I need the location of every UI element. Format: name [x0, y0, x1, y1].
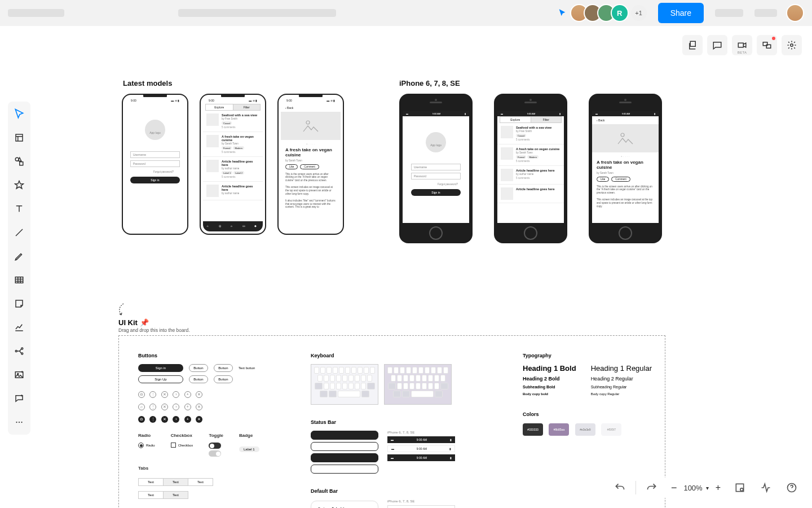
shuffle-icon[interactable]: ✕ [161, 416, 168, 423]
bell-icon[interactable]: ◆ [254, 224, 259, 229]
zoom-out-icon[interactable]: ⊖ [138, 416, 145, 423]
tab-explore[interactable]: Explore [206, 104, 233, 110]
checkbox[interactable] [171, 443, 176, 448]
chevron-right-icon[interactable]: › [173, 416, 179, 423]
undo-button[interactable] [610, 478, 630, 498]
password-input[interactable]: Password [411, 173, 461, 179]
kit-button[interactable]: Button [214, 364, 233, 372]
plus-icon[interactable]: + [184, 391, 191, 398]
home-icon[interactable]: ⌂ [207, 224, 211, 229]
feed-tabs[interactable]: Explore Filter [205, 104, 261, 111]
list-item[interactable]: Article headline goes hereby author name… [203, 157, 263, 182]
like-button[interactable]: Like [285, 164, 298, 169]
swatch[interactable]: #f5f5f7 [601, 423, 621, 436]
kit-button[interactable]: Button [214, 375, 233, 383]
close-icon[interactable]: ✕ [196, 391, 202, 398]
statusbar-x-dark[interactable] [311, 453, 378, 462]
avatar-overflow[interactable]: +1 [631, 5, 647, 21]
swatch[interactable]: #333333 [523, 423, 543, 436]
title-placeholder[interactable] [178, 9, 336, 17]
home-button[interactable] [524, 226, 537, 240]
list-item[interactable]: Article headline goes here [497, 185, 564, 203]
statusbar-6-dark[interactable]: ▬9:00 AM▮ [387, 436, 455, 443]
close-icon[interactable]: ✕ [196, 416, 202, 423]
shuffle-icon[interactable]: ✕ [161, 404, 168, 410]
search-icon[interactable]: ⌕ [138, 404, 145, 410]
bottom-nav[interactable]: ⌂◎⌕▭◆ [203, 221, 263, 231]
mini-map-button[interactable] [730, 478, 750, 498]
kit-button[interactable]: Button [189, 364, 208, 372]
search-icon[interactable]: ⌕ [231, 224, 235, 229]
toggle-off[interactable] [209, 450, 221, 457]
forgot-link[interactable]: Forgot password? [438, 183, 458, 186]
list-item[interactable]: Article headline goes hereby author name… [497, 166, 564, 185]
activity-button[interactable] [756, 478, 776, 498]
plus-icon[interactable]: + [184, 416, 191, 423]
more-icon[interactable]: ⋮ [149, 404, 156, 410]
plus-icon[interactable]: + [184, 404, 191, 410]
statusbar-6-dark[interactable]: ▬9:00 AM▮ [387, 454, 455, 461]
mock-x-feed[interactable]: 9:00▬ ≋ ▮ Explore Filter Seafood with a … [200, 94, 266, 235]
uikit-frame[interactable]: Buttons Sign in Button Button Text butto… [118, 335, 665, 508]
mock-x-article[interactable]: 9:00▬ ≋ ▮ ‹ Back • · · · · A fresh take … [277, 94, 344, 235]
more-icon[interactable]: ⋮ [149, 391, 156, 398]
user-avatar[interactable] [786, 4, 804, 22]
menu-placeholder[interactable] [8, 9, 64, 17]
mock-6-article[interactable]: ▬9:00 AM▮ ‹ Back • · · · · A fresh take … [589, 94, 662, 243]
statusbar-x-dark[interactable] [311, 431, 378, 440]
header-ph-2[interactable] [754, 9, 777, 17]
canvas[interactable]: Latest models iPhone 6, 7, 8, SE 9:00▬ ≋… [0, 26, 812, 508]
signin-button[interactable]: Sign in [130, 177, 180, 183]
kit-button[interactable]: Button [189, 375, 208, 383]
home-button[interactable] [429, 226, 443, 240]
password-input[interactable]: Password [130, 160, 180, 167]
forgot-link[interactable]: Forgot password? [153, 170, 174, 173]
share-button[interactable]: Share [658, 3, 704, 23]
statusbar-x-light[interactable] [311, 465, 378, 474]
swatch[interactable]: #e3e3e9 [575, 423, 595, 436]
statusbar-6-light[interactable]: ▬9:00 AM▮ [387, 445, 455, 452]
chevron-right-icon[interactable]: › [173, 391, 179, 398]
kit-tabs-2[interactable]: TextText [138, 491, 188, 499]
mock-6-feed[interactable]: ▬9:00 AM▮ ExploreFilter Seafood with a s… [494, 94, 567, 243]
kit-text-button[interactable]: Text button [239, 366, 255, 370]
zoom-out-icon[interactable]: ⊖ [138, 391, 145, 398]
zoom-out-button[interactable]: − [668, 482, 681, 494]
home-button[interactable] [619, 226, 632, 240]
redo-button[interactable] [642, 478, 662, 498]
list-item[interactable]: Seafood with a sea viewby Fran SmithCasu… [203, 111, 263, 132]
zoom-control[interactable]: − 100% ▾ + [668, 482, 724, 494]
defaultbar-x[interactable]: ‹BackDefault bar [311, 501, 378, 508]
keyboard-light[interactable] [311, 364, 378, 405]
keyboard-alt[interactable] [384, 364, 452, 405]
chevron-right-icon[interactable]: › [173, 404, 179, 410]
compass-icon[interactable]: ◎ [219, 224, 223, 229]
chat-icon[interactable]: ▭ [242, 224, 247, 229]
shuffle-icon[interactable]: ✕ [161, 391, 168, 398]
toggle-on[interactable] [209, 443, 221, 449]
mock-6-login[interactable]: ▬9:00 AM▮ App logo Username Password For… [399, 94, 473, 243]
close-icon[interactable]: ✕ [196, 404, 202, 410]
radio-on[interactable] [138, 443, 144, 448]
statusbar-x-light[interactable] [311, 442, 378, 451]
carousel-dots[interactable]: • · · · · [285, 142, 336, 146]
list-item[interactable]: A fresh take on vegan cuisineby Sarah To… [497, 144, 564, 166]
zoom-in-button[interactable]: + [712, 483, 724, 493]
zoom-level[interactable]: 100% [683, 484, 702, 492]
header-ph-1[interactable] [715, 9, 743, 17]
list-item[interactable]: A fresh take on vegan cuisineby Sarah To… [203, 132, 263, 157]
kit-signup-btn[interactable]: Sign Up [138, 375, 183, 383]
more-icon[interactable]: ⋮ [149, 416, 156, 423]
comment-button[interactable]: Comment [300, 164, 319, 169]
signin-button[interactable]: Sign in [411, 189, 461, 196]
kit-signin-btn[interactable]: Sign in [138, 364, 183, 372]
username-input[interactable]: Username [130, 151, 180, 158]
mock-x-login[interactable]: 9:00▬ ≋ ▮ App logo Username Password For… [122, 94, 188, 235]
defaultbar-6[interactable]: ‹BackDefault bar [387, 505, 455, 508]
help-button[interactable] [782, 478, 802, 498]
swatch[interactable]: #9b85aa [549, 423, 569, 436]
tab-filter[interactable]: Filter [233, 104, 261, 110]
back-link[interactable]: ‹ Back [285, 104, 336, 112]
kit-tabs-3[interactable]: TextTextText [138, 478, 213, 486]
avatar-4[interactable]: R [611, 4, 629, 22]
